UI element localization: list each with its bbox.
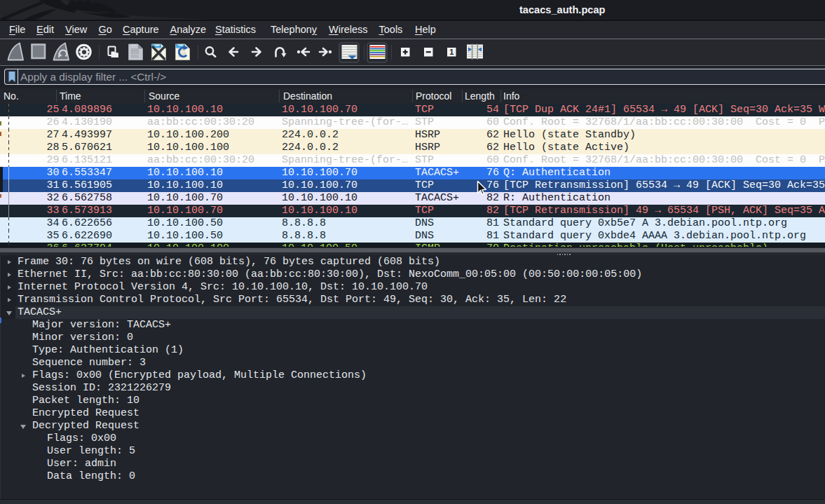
svg-text:0111: 0111 (131, 55, 139, 58)
svg-text:1: 1 (449, 48, 454, 56)
